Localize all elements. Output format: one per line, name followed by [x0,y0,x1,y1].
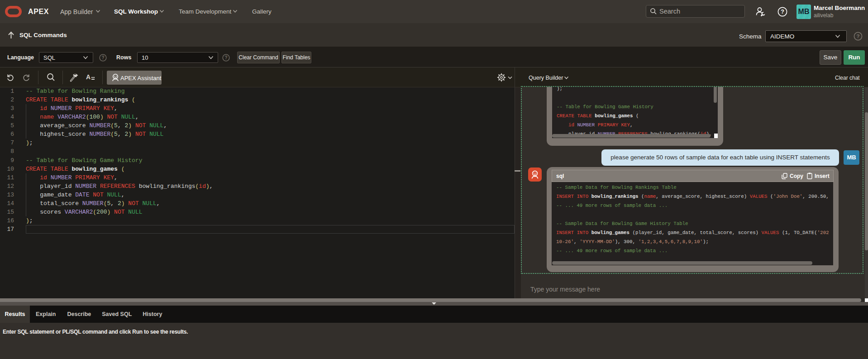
svg-text:?: ? [101,55,104,60]
svg-text:?: ? [856,34,859,39]
svg-text:?: ? [781,9,784,15]
svg-text:?: ? [224,55,227,60]
